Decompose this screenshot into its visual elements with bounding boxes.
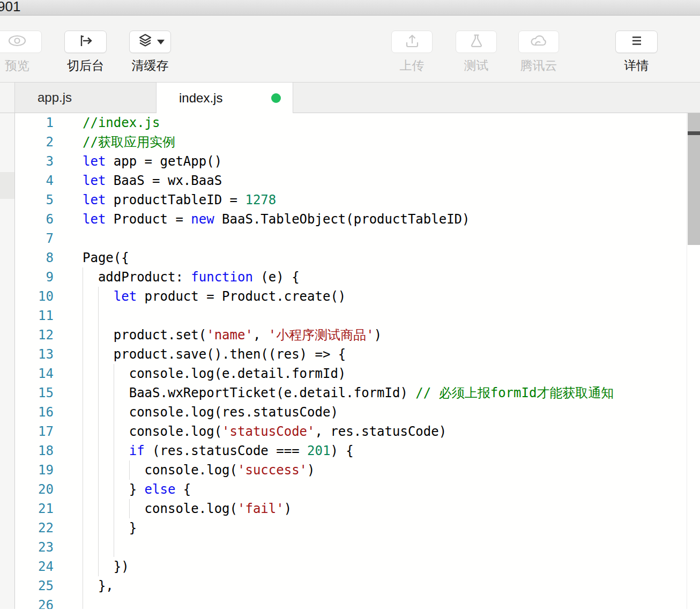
code-line-content: //获取应用实例 xyxy=(54,132,700,152)
dropdown-caret-icon[interactable] xyxy=(157,40,165,44)
line-number: 10 xyxy=(15,287,54,306)
indent-guide xyxy=(129,460,130,480)
code-token: product.save().then((res) => { xyxy=(83,347,346,362)
indent-guide xyxy=(114,422,114,441)
code-token: 'success' xyxy=(237,463,307,478)
indent-guide xyxy=(98,325,99,345)
tab-index-js[interactable]: index.js xyxy=(157,83,293,113)
code-token: BaaS.wxReportTicket(e.detail.formId) xyxy=(83,385,415,400)
tab-app-js[interactable]: app.js xyxy=(15,83,157,113)
code-token: 'name' xyxy=(206,328,253,343)
code-line-content: let app = getApp() xyxy=(54,152,700,171)
code-token: BaaS = wx.BaaS xyxy=(106,173,222,188)
code-token: ) xyxy=(284,501,292,516)
indent-guide xyxy=(129,499,130,518)
line-number: 4 xyxy=(15,171,54,190)
tencent-cloud-icon xyxy=(528,32,549,52)
indent-guide xyxy=(83,325,83,345)
toolbar-button-box xyxy=(391,31,433,53)
details-menu-icon xyxy=(628,32,646,52)
code-line: 5let productTableID = 1278 xyxy=(15,190,700,210)
indent-guide xyxy=(83,287,83,306)
toolbar-button-box[interactable] xyxy=(615,31,658,53)
code-line: 4let BaaS = wx.BaaS xyxy=(15,171,700,190)
line-number: 25 xyxy=(15,576,54,596)
indent-guide xyxy=(83,518,83,538)
code-token: let xyxy=(83,154,106,169)
code-token: let xyxy=(83,212,106,227)
code-token: ) xyxy=(374,328,382,343)
code-line-content: console.log('success') xyxy=(54,460,700,480)
toolbar-button-box[interactable] xyxy=(129,31,171,53)
code-line-content: let product = Product.create() xyxy=(54,287,700,306)
code-line-content: //index.js xyxy=(54,113,700,132)
toolbar-button-label: 预览 xyxy=(0,58,42,73)
code-line: 21 console.log('fail') xyxy=(15,499,700,518)
line-number: 11 xyxy=(15,306,54,325)
indent-guide xyxy=(114,480,114,499)
sidebar-collapsed-strip-top xyxy=(0,83,15,113)
code-token: console.log(res.statusCode) xyxy=(83,405,338,420)
code-line: 10 let product = Product.create() xyxy=(15,287,700,306)
code-token: { xyxy=(175,482,191,497)
unsaved-changes-dot xyxy=(271,93,281,103)
code-line: 19 console.log('success') xyxy=(15,460,700,480)
code-token: let xyxy=(83,173,106,188)
toolbar: 预览切后台清缓存上传测试腾讯云详情 xyxy=(0,16,700,83)
indent-guide xyxy=(98,441,99,460)
line-number: 18 xyxy=(15,441,54,460)
code-token xyxy=(83,443,129,458)
toolbar-button-box[interactable] xyxy=(64,31,107,53)
code-token: 'fail' xyxy=(237,501,284,516)
code-line: 18 if (res.statusCode === 201) { xyxy=(15,441,700,460)
code-line-content: }, xyxy=(54,576,700,596)
indent-guide xyxy=(114,403,114,422)
line-number: 6 xyxy=(15,210,54,229)
indent-guide xyxy=(83,480,83,499)
code-line-content xyxy=(54,538,700,557)
code-line-content xyxy=(54,306,700,325)
tab-label: app.js xyxy=(38,90,72,105)
code-token: }, xyxy=(83,578,114,593)
toolbar-button-preview: 预览 xyxy=(0,31,42,73)
line-number: 2 xyxy=(15,132,54,152)
editor-scrollbar[interactable] xyxy=(687,113,700,609)
indent-guide xyxy=(98,287,99,306)
line-number: 16 xyxy=(15,403,54,422)
code-line: 26 xyxy=(15,596,700,609)
indent-guide xyxy=(83,306,83,325)
toolbar-button-label: 腾讯云 xyxy=(518,58,559,73)
indent-guide xyxy=(83,267,83,287)
code-line: 23 xyxy=(15,538,700,557)
code-line: 14 console.log(e.detail.formId) xyxy=(15,364,700,383)
indent-guide xyxy=(83,422,83,441)
code-line-content: BaaS.wxReportTicket(e.detail.formId) // … xyxy=(54,383,700,403)
code-token: function xyxy=(191,270,253,285)
code-line-content: }) xyxy=(54,557,700,576)
code-line: 3let app = getApp() xyxy=(15,152,700,171)
code-line-content: let BaaS = wx.BaaS xyxy=(54,171,700,190)
line-number: 5 xyxy=(15,190,54,210)
toolbar-button-clear-cache[interactable]: 清缓存 xyxy=(129,31,171,73)
code-line: 12 product.set('name', '小程序测试商品') xyxy=(15,325,700,345)
code-line: 25 }, xyxy=(15,576,700,596)
code-editor-area[interactable]: 1//index.js2//获取应用实例3let app = getApp()4… xyxy=(15,113,700,609)
toolbar-button-switch-background[interactable]: 切后台 xyxy=(64,31,107,73)
code-line: 13 product.save().then((res) => { xyxy=(15,345,700,364)
code-line: 1//index.js xyxy=(15,113,700,132)
collapsed-sidebar[interactable] xyxy=(0,113,15,609)
toolbar-button-box xyxy=(456,31,497,53)
line-number: 8 xyxy=(15,248,54,267)
toolbar-button-tencent-cloud: 腾讯云 xyxy=(518,31,559,73)
indent-guide xyxy=(114,441,114,460)
toolbar-button-box xyxy=(0,31,42,53)
indent-guide xyxy=(114,364,114,383)
line-number: 26 xyxy=(15,596,54,609)
toolbar-button-details[interactable]: 详情 xyxy=(615,31,658,73)
indent-guide xyxy=(98,480,99,499)
code-line: 22 } xyxy=(15,518,700,538)
window-titlebar: 901 xyxy=(0,0,700,16)
indent-guide xyxy=(83,383,83,403)
toolbar-button-test: 测试 xyxy=(456,31,497,73)
code-line-content: addProduct: function (e) { xyxy=(54,267,700,287)
